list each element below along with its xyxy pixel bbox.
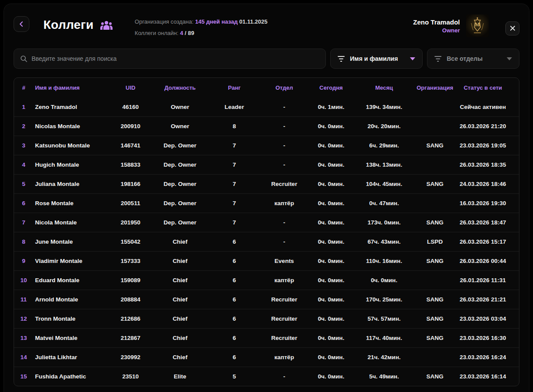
row-uid: 230992 bbox=[107, 354, 154, 360]
col-header-uid[interactable]: UID bbox=[107, 84, 154, 91]
chevron-down-icon bbox=[410, 57, 415, 60]
table-row[interactable]: 4 Hugich Montale 158833 Dep. Owner 7 - 0… bbox=[14, 155, 519, 174]
row-uid: 212686 bbox=[107, 315, 154, 322]
col-header-month[interactable]: Месяц bbox=[357, 84, 412, 91]
row-organization: SANG bbox=[412, 258, 458, 264]
col-header-num[interactable]: # bbox=[14, 84, 33, 91]
row-role: Dep. Owner bbox=[154, 142, 206, 149]
col-header-rank[interactable]: Ранг bbox=[206, 84, 263, 91]
close-button[interactable] bbox=[505, 21, 519, 35]
back-button[interactable] bbox=[14, 16, 29, 32]
row-last-online: 23.03.2026 19:05 bbox=[458, 142, 508, 149]
department-dropdown[interactable]: Все отделы bbox=[427, 49, 519, 69]
row-organization: SANG bbox=[412, 181, 458, 187]
chevron-down-icon bbox=[507, 57, 512, 60]
search-icon bbox=[20, 55, 27, 62]
row-today-time: 0ч. 0мин. bbox=[306, 142, 357, 149]
col-header-role[interactable]: Должность bbox=[154, 84, 206, 91]
svg-text:M: M bbox=[475, 21, 480, 28]
row-month-time: 67ч. 43мин. bbox=[357, 238, 412, 245]
row-organization: SANG bbox=[412, 296, 458, 303]
row-month-time: 0ч. 47мин. bbox=[357, 200, 412, 206]
row-name: Julietta Likhtar bbox=[33, 354, 107, 360]
table-row[interactable]: 5 Juliana Montale 198166 Dep. Owner 7 Re… bbox=[14, 174, 519, 193]
row-name: Juliana Montale bbox=[33, 181, 107, 187]
chevron-left-icon bbox=[18, 21, 25, 27]
row-today-time: 0ч. 0мин. bbox=[306, 354, 357, 360]
row-name: Nicolas Montale bbox=[33, 123, 107, 130]
row-month-time: 173ч. 0мин. bbox=[357, 219, 412, 226]
row-rank: 6 bbox=[206, 277, 263, 284]
filter-icon bbox=[434, 56, 441, 62]
row-role: Owner bbox=[154, 104, 206, 110]
row-uid: 157333 bbox=[107, 258, 154, 264]
row-department: - bbox=[263, 104, 306, 110]
page-title: Коллеги bbox=[43, 18, 94, 32]
col-header-today[interactable]: Сегодня bbox=[306, 84, 357, 91]
table-row[interactable]: 11 Arnold Montale 208884 Chief 6 Recruit… bbox=[14, 290, 519, 309]
table-row[interactable]: 7 Nicola Montale 201950 Dep. Owner 7 - 0… bbox=[14, 213, 519, 232]
row-number: 1 bbox=[14, 104, 33, 110]
online-count: 4 bbox=[180, 30, 183, 36]
row-today-time: 0ч. 0мин. bbox=[306, 335, 357, 341]
row-uid: 212867 bbox=[107, 335, 154, 341]
row-department: - bbox=[263, 142, 306, 149]
header-right: Zeno Tramadol Owner M bbox=[413, 14, 519, 37]
filter-icon bbox=[338, 56, 345, 62]
row-last-online: 26.03.2026 00:44 bbox=[458, 258, 508, 264]
org-info: Организация создана: 145 дней назад 01.1… bbox=[135, 16, 268, 39]
table-row[interactable]: 9 Vladimir Montale 157333 Chief 6 Events… bbox=[14, 251, 519, 270]
row-today-time: 0ч. 0мин. bbox=[306, 296, 357, 303]
colleagues-table: # Имя и фамилия UID Должность Ранг Отдел… bbox=[14, 77, 519, 386]
row-today-time: 0ч. 0мин. bbox=[306, 277, 357, 284]
row-role: Chief bbox=[154, 296, 206, 303]
col-header-org[interactable]: Организация bbox=[412, 84, 458, 91]
row-rank: 7 bbox=[206, 219, 263, 226]
current-user-name: Zeno Tramadol bbox=[413, 18, 460, 26]
row-last-online: 26.01.2026 11:31 bbox=[458, 277, 508, 284]
table-row[interactable]: 10 Eduard Montale 159089 Chief 6 каптёр … bbox=[14, 270, 519, 290]
row-organization: SANG bbox=[412, 219, 458, 226]
search-box bbox=[14, 49, 326, 69]
search-input[interactable] bbox=[32, 55, 319, 62]
row-last-online: 16.03.2026 19:30 bbox=[458, 200, 508, 206]
row-today-time: 0ч. 0мин. bbox=[306, 200, 357, 206]
row-rank: 6 bbox=[206, 335, 263, 341]
row-number: 14 bbox=[14, 354, 33, 360]
row-department: - bbox=[263, 161, 306, 168]
table-row[interactable]: 15 Fushida Apathetic 23510 Elite 5 - 0ч.… bbox=[14, 367, 519, 386]
row-number: 5 bbox=[14, 181, 33, 187]
row-number: 9 bbox=[14, 258, 33, 264]
row-last-online: 23.03.2026 16:30 bbox=[458, 335, 508, 341]
row-rank: 6 bbox=[206, 238, 263, 245]
table-row[interactable]: 12 Tronn Montale 212686 Chief 6 Recruite… bbox=[14, 309, 519, 328]
row-name: Eduard Montale bbox=[33, 277, 107, 284]
row-department: - bbox=[263, 238, 306, 245]
row-uid: 159089 bbox=[107, 277, 154, 284]
table-row[interactable]: 3 Katsunobu Montale 146741 Dep. Owner 7 … bbox=[14, 136, 519, 155]
table-row[interactable]: 8 June Montale 155042 Chief 6 - 0ч. 0мин… bbox=[14, 232, 519, 251]
row-month-time: 20ч. 20мин. bbox=[357, 123, 412, 130]
row-number: 12 bbox=[14, 315, 33, 322]
table-row[interactable]: 2 Nicolas Montale 200910 Owner 8 - 0ч. 0… bbox=[14, 116, 519, 136]
department-dropdown-label: Все отделы bbox=[447, 55, 483, 62]
row-role: Dep. Owner bbox=[154, 200, 206, 206]
col-header-dept[interactable]: Отдел bbox=[263, 84, 306, 91]
table-header: # Имя и фамилия UID Должность Ранг Отдел… bbox=[14, 78, 519, 97]
row-month-time: 104ч. 45мин. bbox=[357, 181, 412, 187]
row-today-time: 0ч. 0мин. bbox=[306, 258, 357, 264]
row-role: Chief bbox=[154, 238, 206, 245]
table-row[interactable]: 6 Rose Montale 200511 Dep. Owner 7 каптё… bbox=[14, 193, 519, 213]
row-number: 3 bbox=[14, 142, 33, 149]
row-name: Hugich Montale bbox=[33, 161, 107, 168]
col-header-status[interactable]: Статус в сети bbox=[458, 84, 508, 91]
row-uid: 158833 bbox=[107, 161, 154, 168]
sort-dropdown[interactable]: Имя и фамилия bbox=[330, 49, 423, 69]
table-row[interactable]: 14 Julietta Likhtar 230992 Chief 6 каптё… bbox=[14, 347, 519, 367]
table-row[interactable]: 13 Matvei Montale 212867 Chief 6 Recruit… bbox=[14, 328, 519, 347]
row-department: - bbox=[263, 373, 306, 380]
org-created-ago: 145 дней назад bbox=[195, 18, 237, 25]
col-header-name[interactable]: Имя и фамилия bbox=[33, 84, 107, 91]
row-last-online: 26.03.2026 21:21 bbox=[458, 296, 508, 303]
table-row[interactable]: 1 Zeno Tramadol 46160 Owner Leader - 0ч.… bbox=[14, 97, 519, 116]
